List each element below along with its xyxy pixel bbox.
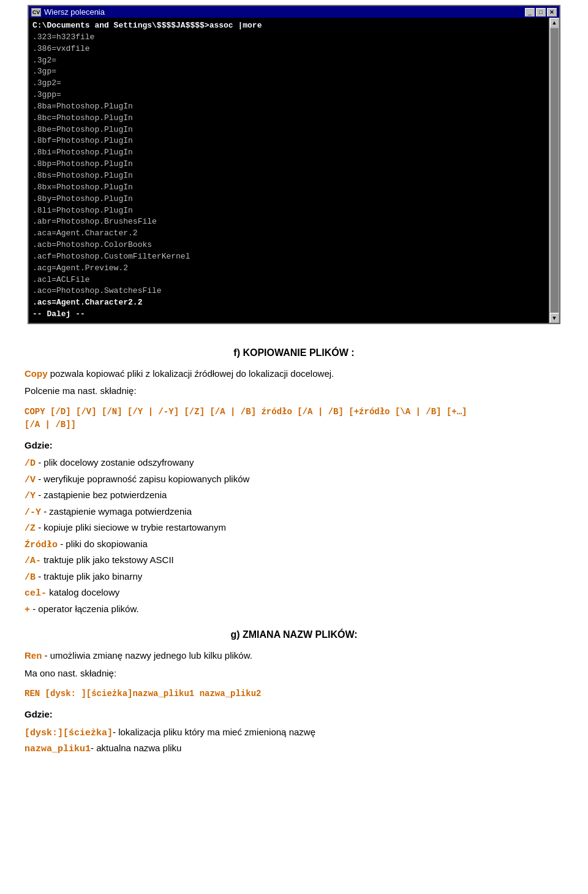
terminal-line: .3gp= bbox=[32, 66, 545, 78]
terminal-line: .aca=Agent.Character.2 bbox=[32, 228, 545, 240]
section-g-syntax: REN [dysk: ][ścieżka]nazwa_pliku1 nazwa_… bbox=[24, 688, 564, 700]
section-f-descriptions: /D - plik docelowy zostanie odszyfrowany… bbox=[24, 456, 564, 617]
terminal-window: CV Wiersz polecenia _ □ ✕ C:\Documents a… bbox=[0, 0, 588, 324]
section-f-intro2: Polcenie ma nast. składnię: bbox=[24, 384, 564, 398]
section-g: g) ZMIANA NAZW PLIKÓW: Ren - umożliwia z… bbox=[24, 629, 564, 757]
section-g-intro-text: - umożliwia zmianę nazwy jednego lub kil… bbox=[42, 650, 252, 661]
terminal-title: Wiersz polecenia bbox=[44, 7, 105, 17]
desc-item-minusY: /-Y - zastąpienie wymaga potwierdzenia bbox=[24, 505, 564, 520]
section-g-gdzie: Gdzie: bbox=[24, 708, 564, 722]
close-button[interactable]: ✕ bbox=[547, 8, 557, 17]
terminal-line: .8bf=Photoshop.PlugIn bbox=[32, 135, 545, 147]
terminal-line: -- Dalej -- bbox=[32, 309, 545, 320]
terminal-line: .3g2= bbox=[32, 55, 545, 67]
terminal-outer: CV Wiersz polecenia _ □ ✕ C:\Documents a… bbox=[28, 5, 560, 324]
minimize-button[interactable]: _ bbox=[525, 8, 535, 17]
desc-item-B: /B - traktuje plik jako binarny bbox=[24, 570, 564, 585]
terminal-line: .aco=Photoshop.SwatchesFile bbox=[32, 286, 545, 297]
terminal-line: .3gpp= bbox=[32, 89, 545, 101]
terminal-line: .acf=Photoshop.CustomFilterKernel bbox=[32, 251, 545, 263]
terminal-body: C:\Documents and Settings\$$$$JA$$$$>ass… bbox=[29, 18, 549, 323]
section-g-title: g) ZMIANA NAZW PLIKÓW: bbox=[24, 629, 564, 640]
terminal-titlebar: CV Wiersz polecenia _ □ ✕ bbox=[29, 6, 559, 18]
terminal-line: C:\Documents and Settings\$$$$JA$$$$>ass… bbox=[32, 20, 545, 32]
terminal-line: .8bi=Photoshop.PlugIn bbox=[32, 147, 545, 159]
terminal-line: .abr=Photoshop.BrushesFile bbox=[32, 216, 545, 228]
terminal-line: .acs=Agent.Character2.2 bbox=[32, 297, 545, 309]
terminal-scrollbar[interactable]: ▲ ▼ bbox=[549, 18, 559, 323]
section-f: f) KOPIOWANIE PLIKÓW : Copy pozwala kopi… bbox=[24, 347, 564, 618]
scroll-up-arrow[interactable]: ▲ bbox=[550, 18, 559, 28]
desc-item-D: /D - plik docelowy zostanie odszyfrowany bbox=[24, 456, 564, 471]
desc-item-Y: /Y - zastąpienie bez potwierdzenia bbox=[24, 488, 564, 504]
terminal-line: .8li=Photoshop.PlugIn bbox=[32, 205, 545, 217]
section-g-intro: Ren - umożliwia zmianę nazwy jednego lub… bbox=[24, 649, 564, 663]
terminal-line: .acl=ACLFile bbox=[32, 275, 545, 286]
terminal-line: .323=h323file bbox=[32, 32, 545, 44]
terminal-line: .acb=Photoshop.ColorBooks bbox=[32, 240, 545, 251]
section-f-gdzie: Gdzie: bbox=[24, 439, 564, 453]
desc-item-nazwa-pliku1: nazwa_pliku1- aktualna nazwa pliku bbox=[24, 741, 564, 757]
scroll-track bbox=[551, 28, 559, 313]
desc-item-V: /V - weryfikuje poprawność zapisu kopiow… bbox=[24, 472, 564, 488]
terminal-controls: _ □ ✕ bbox=[525, 8, 557, 17]
terminal-icon: CV bbox=[31, 8, 41, 17]
ren-keyword: Ren bbox=[24, 650, 42, 661]
terminal-line: .8bc=Photoshop.PlugIn bbox=[32, 113, 545, 124]
desc-item-zrodlo: Źródło - pliki do skopiowania bbox=[24, 537, 564, 553]
copy-keyword: Copy bbox=[24, 368, 48, 379]
section-f-title: f) KOPIOWANIE PLIKÓW : bbox=[24, 347, 564, 358]
maximize-button[interactable]: □ bbox=[536, 8, 546, 17]
desc-item-Z: /Z - kopiuje pliki sieciowe w trybie res… bbox=[24, 521, 564, 536]
desc-item-plus: + - operator łączenia plików. bbox=[24, 602, 564, 618]
terminal-line: .386=vxdfile bbox=[32, 44, 545, 55]
terminal-line: .acg=Agent.Preview.2 bbox=[32, 263, 545, 275]
terminal-line: .8bs=Photoshop.PlugIn bbox=[32, 170, 545, 182]
terminal-line: .8bx=Photoshop.PlugIn bbox=[32, 182, 545, 194]
scroll-down-arrow[interactable]: ▼ bbox=[550, 313, 559, 323]
section-g-descriptions: [dysk:][ścieżka]- lokalizacja pliku któr… bbox=[24, 725, 564, 757]
desc-item-cel: cel- katalog docelowy bbox=[24, 586, 564, 601]
main-content: f) KOPIOWANIE PLIKÓW : Copy pozwala kopi… bbox=[0, 324, 588, 770]
section-g-intro2: Ma ono nast. składnię: bbox=[24, 667, 564, 681]
terminal-line: .8bp=Photoshop.PlugIn bbox=[32, 159, 545, 170]
terminal-line: .3gp2= bbox=[32, 78, 545, 89]
section-f-intro-text: pozwala kopiować pliki z lokalizacji źró… bbox=[48, 368, 334, 379]
terminal-line: .8ba=Photoshop.PlugIn bbox=[32, 101, 545, 113]
section-f-intro: Copy pozwala kopiować pliki z lokalizacj… bbox=[24, 367, 564, 381]
terminal-line: .8by=Photoshop.PlugIn bbox=[32, 194, 545, 205]
terminal-line: .8be=Photoshop.PlugIn bbox=[32, 124, 545, 136]
desc-item-dysk-sciezka: [dysk:][ścieżka]- lokalizacja pliku któr… bbox=[24, 725, 564, 741]
desc-item-A: /A- traktuje plik jako tekstowy ASCII bbox=[24, 553, 564, 569]
section-f-syntax: COPY [/D] [/V] [/N] [/Y | /-Y] [/Z] [/A … bbox=[24, 406, 564, 431]
